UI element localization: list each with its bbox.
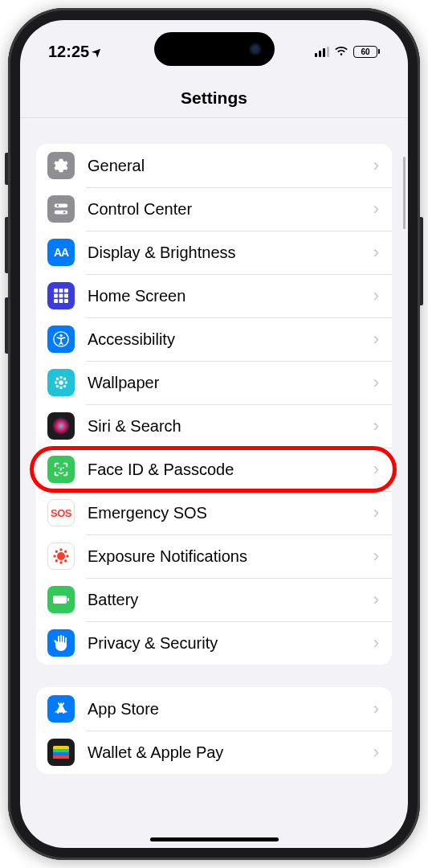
settings-group: General›Control Center›AADisplay & Brigh… bbox=[36, 144, 392, 665]
svg-rect-4 bbox=[54, 289, 58, 293]
svg-point-17 bbox=[59, 387, 63, 390]
switches-icon bbox=[47, 195, 75, 223]
chevron-right-icon: › bbox=[373, 155, 379, 176]
svg-point-20 bbox=[56, 378, 59, 381]
settings-row-display[interactable]: AADisplay & Brightness› bbox=[36, 231, 392, 274]
settings-row-privacy[interactable]: Privacy & Security› bbox=[36, 621, 392, 665]
settings-row-appstore[interactable]: App Store› bbox=[36, 687, 392, 731]
flower-icon bbox=[47, 369, 75, 396]
grid-icon bbox=[47, 282, 75, 309]
home-indicator[interactable] bbox=[150, 837, 279, 841]
row-label: Control Center bbox=[88, 200, 361, 219]
svg-point-32 bbox=[55, 551, 57, 552]
chevron-right-icon: › bbox=[373, 372, 379, 393]
settings-row-sos[interactable]: SOSEmergency SOS› bbox=[36, 491, 392, 534]
chevron-right-icon: › bbox=[373, 546, 379, 567]
svg-rect-0 bbox=[55, 204, 68, 208]
svg-point-25 bbox=[58, 467, 59, 469]
svg-rect-36 bbox=[53, 596, 67, 604]
svg-rect-2 bbox=[55, 211, 68, 215]
battery-icon bbox=[47, 586, 75, 613]
svg-point-19 bbox=[65, 381, 68, 384]
wallet-icon bbox=[47, 739, 75, 766]
svg-rect-42 bbox=[53, 755, 69, 759]
svg-rect-8 bbox=[59, 294, 63, 298]
chevron-right-icon: › bbox=[373, 589, 379, 610]
row-label: Display & Brightness bbox=[88, 244, 361, 262]
dynamic-island bbox=[154, 32, 275, 66]
chevron-right-icon: › bbox=[373, 416, 379, 436]
svg-point-14 bbox=[59, 334, 62, 337]
row-label: General bbox=[88, 157, 361, 175]
battery-icon: 60 bbox=[353, 46, 380, 58]
svg-point-35 bbox=[65, 560, 67, 562]
scroll-indicator[interactable] bbox=[403, 157, 406, 229]
svg-point-3 bbox=[63, 211, 66, 214]
svg-rect-7 bbox=[54, 294, 58, 298]
settings-group: App Store›Wallet & Apple Pay› bbox=[36, 687, 392, 774]
settings-row-wallet[interactable]: Wallet & Apple Pay› bbox=[36, 731, 392, 774]
row-label: App Store bbox=[88, 700, 361, 719]
settings-row-exposure[interactable]: Exposure Notifications› bbox=[36, 534, 392, 578]
wifi-icon bbox=[334, 46, 349, 57]
chevron-right-icon: › bbox=[373, 242, 379, 263]
svg-point-30 bbox=[54, 555, 55, 557]
svg-point-23 bbox=[63, 385, 67, 388]
svg-rect-6 bbox=[64, 289, 68, 293]
settings-row-wallpaper[interactable]: Wallpaper› bbox=[36, 361, 392, 404]
svg-point-29 bbox=[60, 562, 62, 563]
svg-point-16 bbox=[59, 376, 63, 379]
aa-icon: AA bbox=[47, 239, 75, 266]
siri-icon bbox=[47, 412, 75, 440]
appstore-icon bbox=[47, 695, 75, 723]
chevron-right-icon: › bbox=[373, 633, 379, 653]
svg-point-31 bbox=[67, 555, 68, 557]
settings-row-general[interactable]: General› bbox=[36, 144, 392, 187]
chevron-right-icon: › bbox=[373, 459, 379, 480]
page-title: Settings bbox=[20, 68, 408, 118]
row-label: Battery bbox=[88, 591, 361, 609]
settings-row-faceid[interactable]: Face ID & Passcode› bbox=[36, 448, 392, 491]
settings-list[interactable]: General›Control Center›AADisplay & Brigh… bbox=[20, 118, 408, 841]
status-time: 12:25 bbox=[48, 43, 89, 61]
settings-row-accessibility[interactable]: Accessibility› bbox=[36, 317, 392, 361]
svg-point-24 bbox=[52, 417, 70, 435]
svg-point-34 bbox=[55, 560, 57, 562]
chevron-right-icon: › bbox=[373, 698, 379, 719]
location-icon: ➤ bbox=[89, 43, 105, 59]
svg-point-15 bbox=[59, 380, 63, 385]
svg-point-33 bbox=[65, 551, 67, 552]
row-label: Wallpaper bbox=[88, 374, 361, 392]
svg-rect-5 bbox=[59, 289, 63, 293]
chevron-right-icon: › bbox=[373, 199, 379, 219]
row-label: Accessibility bbox=[88, 330, 361, 349]
chevron-right-icon: › bbox=[373, 329, 379, 350]
svg-point-21 bbox=[63, 378, 67, 381]
phone-frame: 12:25 ➤ 60 Settings General›Control Cent… bbox=[8, 8, 420, 860]
chevron-right-icon: › bbox=[373, 742, 379, 763]
row-label: Face ID & Passcode bbox=[88, 461, 361, 479]
svg-point-18 bbox=[55, 381, 58, 384]
faceid-icon bbox=[47, 456, 75, 483]
svg-point-26 bbox=[63, 467, 64, 469]
row-label: Emergency SOS bbox=[88, 504, 361, 522]
svg-rect-11 bbox=[59, 299, 63, 303]
gear-icon bbox=[47, 152, 75, 179]
hand-icon bbox=[47, 629, 75, 657]
svg-point-27 bbox=[57, 552, 65, 560]
sos-icon: SOS bbox=[47, 499, 75, 526]
settings-row-battery[interactable]: Battery› bbox=[36, 578, 392, 621]
row-label: Privacy & Security bbox=[88, 634, 361, 653]
svg-rect-9 bbox=[64, 294, 68, 298]
chevron-right-icon: › bbox=[373, 285, 379, 306]
row-label: Wallet & Apple Pay bbox=[88, 743, 361, 762]
signal-icon bbox=[315, 47, 330, 57]
settings-row-control-center[interactable]: Control Center› bbox=[36, 187, 392, 231]
svg-rect-10 bbox=[54, 299, 58, 303]
row-label: Siri & Search bbox=[88, 417, 361, 436]
exposure-icon bbox=[47, 542, 75, 570]
svg-point-28 bbox=[60, 549, 62, 551]
svg-rect-12 bbox=[64, 299, 68, 303]
settings-row-home-screen[interactable]: Home Screen› bbox=[36, 274, 392, 317]
settings-row-siri[interactable]: Siri & Search› bbox=[36, 404, 392, 448]
